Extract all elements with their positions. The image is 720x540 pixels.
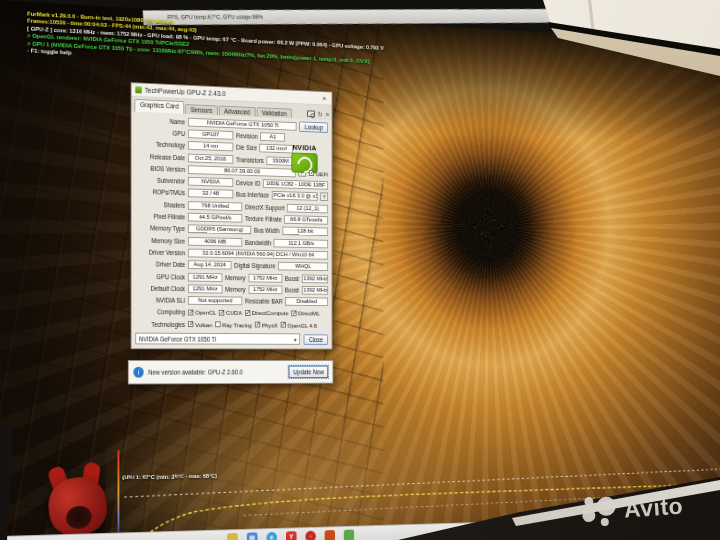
field-value-1752-mhz: 1752 MHz xyxy=(248,273,282,282)
field-label-texture-fillrate: Texture Fillrate xyxy=(245,215,282,223)
field-label-rops-tmus: ROPs/TMUs xyxy=(135,188,185,196)
update-now-button[interactable]: Update Now xyxy=(289,366,328,378)
check-mark: ✓ xyxy=(189,309,194,316)
checkbox-opengl-4-6[interactable]: ✓OpenGL 4.6 xyxy=(280,322,317,329)
field-value-32-0-15-6094-nvidia-560-94-dch-win10-64: 32.0.15.6094 (NVIDIA 560.94) DCH / Win10… xyxy=(188,248,328,259)
field-label-default-clock: Default Clock xyxy=(135,285,185,292)
check-mark: ✓ xyxy=(310,170,315,177)
check-mark: ✓ xyxy=(292,309,297,316)
avito-watermark: Avito xyxy=(581,489,684,530)
field-value-1291-mhz: 1291 MHz xyxy=(188,272,223,281)
check-mark: ✓ xyxy=(246,309,251,316)
field-value-gddr5-samsung: GDDR5 (Samsung) xyxy=(188,225,251,235)
field-label-die-size: Die Size xyxy=(236,144,257,151)
menu-icon[interactable]: ≡ xyxy=(325,111,329,118)
checkbox-directml[interactable]: ✓DirectML xyxy=(291,310,320,317)
close-button[interactable]: Close xyxy=(303,334,328,345)
checkbox-vulkan[interactable]: ✓Vulkan xyxy=(188,321,212,328)
gpuz-fields: NVIDIA NameNVIDIA GeForce GTX 1050 TiLoo… xyxy=(132,112,332,332)
chevron-down-icon: ▾ xyxy=(294,336,297,343)
field-value-128-bit: 128 bit xyxy=(282,227,328,237)
avito-wordmark: Avito xyxy=(623,492,684,523)
screenshot-camera-icon[interactable] xyxy=(307,110,315,117)
checkbox-label: OpenGL 4.6 xyxy=(287,322,316,329)
field-label-technology: Technology xyxy=(135,140,185,149)
field-value-66-8-gtexel-s: 66.8 GTexel/s xyxy=(284,215,328,225)
gpu-select-dropdown[interactable]: NVIDIA GeForce GTX 1050 Ti ▾ xyxy=(135,333,300,345)
graph-axis-line xyxy=(118,450,120,540)
checkbox-physx[interactable]: ✓PhysX xyxy=(255,321,278,328)
field-label-resizable-bar: Resizable BAR xyxy=(245,298,283,305)
field-value-nvidia: NVIDIA xyxy=(188,177,233,187)
furmark-app-icon[interactable] xyxy=(325,530,335,540)
avito-logo-icon xyxy=(581,493,619,529)
info-icon: i xyxy=(133,367,143,378)
field-label-directx-support: DirectX Support xyxy=(245,203,285,211)
gpuz-app-icon xyxy=(135,86,142,93)
field-value-12-12-1: 12 (12_1) xyxy=(287,204,328,214)
checkbox-label: Vulkan xyxy=(195,321,212,328)
field-label-transistors: Transistors xyxy=(236,156,264,164)
field-label-pixel-fillrate: Pixel Fillrate xyxy=(135,212,185,220)
edge-browser-icon[interactable]: e xyxy=(266,532,277,540)
pinned-app-yellow-icon[interactable] xyxy=(227,533,238,540)
field-value-10de-1c82-10de-11bf: 10DE 1C82 - 10DE 11BF xyxy=(263,179,328,190)
refresh-icon[interactable]: ↻ xyxy=(318,111,323,118)
field-label-release-date: Release Date xyxy=(135,152,185,161)
checkbox-box: ✓ xyxy=(219,310,224,316)
field-value-44-5-gpixel-s: 44.5 GPixel/s xyxy=(188,213,242,223)
gpuz-window: TechPowerUp GPU-Z 2.43.0 × Graphics Card… xyxy=(131,82,333,350)
field-value-1392-mhz: 1392 MHz xyxy=(302,274,328,283)
field-label-technologies: Technologies xyxy=(135,321,185,328)
field-label-subvendor: Subvendor xyxy=(135,176,185,184)
field-label-gpu-clock: GPU Clock xyxy=(135,272,185,280)
update-text: New version available: GPU-Z 2.60.0 xyxy=(148,369,284,376)
checkbox-box: ✓ xyxy=(245,310,250,316)
field-label-gpu: GPU xyxy=(135,128,185,137)
field-row: Technologies✓VulkanRay Tracing✓PhysX✓Ope… xyxy=(135,318,328,331)
lookup-button[interactable]: Lookup xyxy=(299,121,328,133)
checkbox-box: ✓ xyxy=(188,310,193,316)
checkbox-box: ✓ xyxy=(291,310,296,316)
field-label-driver-version: Driver Version xyxy=(135,248,185,256)
field-value-aug-14-2024: Aug 14, 2024 xyxy=(188,260,232,269)
check-mark: ✓ xyxy=(255,321,260,328)
checkbox-box: ✓ xyxy=(309,170,314,176)
field-label-digital-signature: Digital Signature xyxy=(234,262,275,269)
check-mark: ✓ xyxy=(220,309,225,316)
field-value-112-1-gb-s: 112.1 GB/s xyxy=(274,238,328,248)
field-label-bus-interface: Bus Interface xyxy=(236,191,269,199)
gpu-select-value: NVIDIA GeForce GTX 1050 Ti xyxy=(139,335,216,342)
field-value-1291-mhz: 1291 MHz xyxy=(188,284,223,293)
checkbox-opencl[interactable]: ✓OpenCL xyxy=(188,309,216,316)
checkbox-cuda[interactable]: ✓CUDA xyxy=(219,309,242,316)
mail-app-icon[interactable]: ✉ xyxy=(247,532,258,540)
field-label-bus-width: Bus Width xyxy=(254,227,280,234)
field-value-gp107: GP107 xyxy=(188,129,233,139)
field-label-computing: Computing xyxy=(135,309,185,316)
close-icon[interactable]: × xyxy=(321,94,329,103)
gpuz-app-icon[interactable] xyxy=(344,529,354,540)
field-label-device-id: Device ID xyxy=(236,179,260,186)
check-mark: ✓ xyxy=(281,321,286,328)
checkbox-box: ✓ xyxy=(280,322,285,328)
field-label-memory-size: Memory Size xyxy=(135,236,185,244)
checkbox-box xyxy=(215,322,220,328)
check-mark: ✓ xyxy=(189,320,194,327)
field-value-not-supported: Not supported xyxy=(188,296,242,305)
checkbox-ray-tracing[interactable]: Ray Tracing xyxy=(215,321,252,328)
field-value-disabled: Disabled xyxy=(285,297,328,306)
field-value-whql: WHQL xyxy=(278,262,328,271)
checkbox-directcompute[interactable]: ✓DirectCompute xyxy=(245,310,289,317)
yandex-browser-icon[interactable]: ◦ xyxy=(305,531,316,540)
field-value-pcie-x16-3-0-x16-3-0: PCIe x16 3.0 @ x16 3.0 xyxy=(272,191,318,201)
help-question-button[interactable]: ? xyxy=(320,193,328,202)
field-value-1752-mhz: 1752 MHz xyxy=(248,285,282,294)
nvidia-wordmark: NVIDIA xyxy=(281,143,328,153)
yandex-app-icon[interactable]: Y xyxy=(286,531,297,540)
nvidia-logo: NVIDIA xyxy=(281,143,328,174)
checkbox-label: Ray Tracing xyxy=(222,321,252,328)
field-label-boost: Boost xyxy=(285,286,299,293)
field-label-revision: Revision xyxy=(236,132,258,140)
field-value-oct-25-2016: Oct 25, 2016 xyxy=(188,153,233,163)
